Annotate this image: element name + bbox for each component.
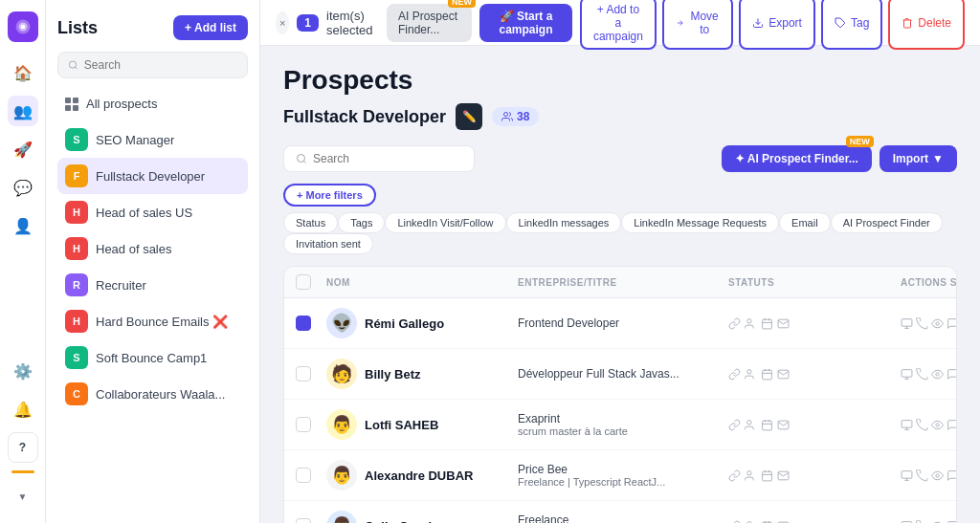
filter-chip[interactable]: Email bbox=[779, 212, 831, 233]
calendar-icon[interactable] bbox=[761, 368, 773, 381]
users-small-icon[interactable] bbox=[745, 520, 757, 524]
calendar-icon[interactable] bbox=[761, 317, 773, 330]
link-icon[interactable] bbox=[728, 520, 741, 524]
action-icon-2[interactable] bbox=[916, 317, 928, 330]
row-checkbox[interactable] bbox=[296, 366, 311, 381]
filter-chip[interactable]: LinkedIn messages bbox=[506, 212, 622, 233]
nav-collapse[interactable]: ▼ bbox=[8, 481, 38, 512]
sidebar-item-all-prospects[interactable]: All prospects bbox=[57, 90, 248, 118]
users-small-icon[interactable] bbox=[745, 419, 757, 431]
start-campaign-button[interactable]: 🚀 Start a campaign bbox=[479, 4, 572, 42]
select-all-checkbox[interactable] bbox=[296, 274, 311, 290]
row-checkbox[interactable] bbox=[296, 417, 311, 432]
action-icon-eye[interactable] bbox=[931, 368, 944, 381]
prospects-search-input[interactable] bbox=[313, 152, 457, 165]
filter-chip[interactable]: Tags bbox=[338, 212, 385, 233]
filter-chip[interactable]: Status bbox=[283, 212, 338, 233]
nav-home[interactable]: 🏠 bbox=[8, 57, 38, 88]
close-selection-button[interactable]: × bbox=[276, 11, 289, 34]
row-checkbox[interactable] bbox=[296, 468, 311, 483]
sidebar-item-seo[interactable]: S SEO Manager bbox=[57, 121, 248, 158]
nav-users[interactable]: 👥 bbox=[8, 96, 38, 126]
action-icon-2[interactable] bbox=[916, 419, 928, 431]
users-small-icon[interactable] bbox=[745, 368, 757, 381]
action-icon-1[interactable] bbox=[901, 419, 913, 431]
import-button[interactable]: Import ▼ bbox=[880, 145, 957, 172]
sidebar-search-input[interactable] bbox=[84, 58, 237, 72]
add-list-button[interactable]: + Add list bbox=[173, 15, 248, 40]
action-icon-msg[interactable] bbox=[947, 469, 957, 482]
link-icon[interactable] bbox=[728, 419, 741, 431]
action-icon-eye[interactable] bbox=[931, 520, 944, 524]
export-button[interactable]: Export bbox=[739, 0, 815, 50]
row-checkbox[interactable] bbox=[296, 316, 311, 331]
sidebar-item-collab[interactable]: C Collaborateurs Waala... bbox=[57, 376, 248, 412]
sidebar-item-head-us[interactable]: H Head of sales US bbox=[57, 194, 248, 230]
sidebar-item-recruiter[interactable]: R Recruiter bbox=[57, 267, 248, 303]
more-filters-button[interactable]: + More filters bbox=[283, 184, 376, 207]
sidebar-item-soft[interactable]: S Soft Bounce Camp1 bbox=[57, 339, 248, 376]
filter-chip[interactable]: LinkedIn Visit/Follow bbox=[385, 212, 505, 233]
nav-rocket[interactable]: 🚀 bbox=[8, 134, 38, 164]
nav-settings[interactable]: ⚙️ bbox=[8, 356, 38, 386]
tag-button[interactable]: Tag bbox=[821, 0, 882, 50]
status-icons bbox=[728, 520, 901, 524]
action-icon-1[interactable] bbox=[901, 520, 913, 524]
action-icon-msg[interactable] bbox=[947, 368, 957, 381]
mail-icon[interactable] bbox=[777, 419, 790, 431]
sidebar-item-fullstack[interactable]: F Fullstack Developer bbox=[57, 158, 248, 194]
nav-group[interactable]: 👤 bbox=[8, 210, 38, 241]
ai-prospect-finder-button[interactable]: ✦ AI Prospect Finder... NEW bbox=[722, 145, 872, 172]
nav-chat[interactable]: 💬 bbox=[8, 172, 38, 203]
link-icon[interactable] bbox=[728, 317, 741, 330]
action-icon-2[interactable] bbox=[916, 368, 928, 381]
action-icons bbox=[901, 469, 957, 482]
svg-point-7 bbox=[298, 155, 305, 163]
filter-chip[interactable]: Invitation sent bbox=[283, 233, 373, 254]
link-icon[interactable] bbox=[728, 368, 741, 381]
search-icon bbox=[68, 59, 78, 71]
calendar-icon[interactable] bbox=[761, 520, 773, 524]
move-to-button[interactable]: Move to bbox=[662, 0, 733, 50]
action-icon-1[interactable] bbox=[901, 368, 913, 381]
filter-chips: StatusTagsLinkedIn Visit/FollowLinkedIn … bbox=[283, 212, 957, 254]
mail-icon[interactable] bbox=[777, 469, 790, 482]
sidebar-search[interactable] bbox=[57, 52, 248, 78]
calendar-icon[interactable] bbox=[761, 419, 773, 431]
sidebar-item-head[interactable]: H Head of sales bbox=[57, 230, 248, 267]
link-icon[interactable] bbox=[728, 469, 741, 482]
row-checkbox[interactable] bbox=[296, 518, 311, 523]
mail-icon[interactable] bbox=[777, 317, 790, 330]
filter-chip[interactable]: AI Prospect Finder bbox=[831, 212, 943, 233]
prospect-info: 👨 Alexandre DUBAR bbox=[326, 460, 518, 490]
users-small-icon[interactable] bbox=[745, 469, 757, 482]
action-icon-msg[interactable] bbox=[947, 317, 957, 330]
add-to-campaign-button[interactable]: + Add to a campaign bbox=[580, 0, 657, 50]
nav-bell[interactable]: 🔔 bbox=[8, 394, 38, 425]
svg-point-41 bbox=[747, 470, 751, 474]
action-icon-msg[interactable] bbox=[947, 419, 957, 431]
action-icon-eye[interactable] bbox=[931, 469, 944, 482]
action-icon-1[interactable] bbox=[901, 317, 913, 330]
action-icon-1[interactable] bbox=[901, 469, 913, 482]
mail-icon[interactable] bbox=[777, 520, 790, 524]
action-icon-eye[interactable] bbox=[931, 317, 944, 330]
app-logo[interactable] bbox=[8, 11, 38, 42]
calendar-icon[interactable] bbox=[761, 469, 773, 482]
th-actions: ACTIONS SUR WAALAXY bbox=[901, 274, 957, 290]
sidebar-item-icon: H bbox=[65, 201, 88, 224]
th-statuts: STATUTS bbox=[728, 274, 901, 290]
ai-prospect-finder-topbar-button[interactable]: AI Prospect Finder... NEW bbox=[387, 4, 472, 42]
action-icon-2[interactable] bbox=[916, 469, 928, 482]
delete-button[interactable]: Delete bbox=[888, 0, 965, 50]
sidebar-item-bounce[interactable]: H Hard Bounce Emails ❌ bbox=[57, 303, 248, 339]
action-icon-eye[interactable] bbox=[931, 419, 944, 431]
action-icon-2[interactable] bbox=[916, 520, 928, 524]
list-edit-button[interactable]: ✏️ bbox=[456, 103, 482, 130]
prospects-search[interactable] bbox=[283, 145, 475, 172]
mail-icon[interactable] bbox=[777, 368, 790, 381]
filter-chip[interactable]: LinkedIn Message Requests bbox=[621, 212, 779, 233]
users-small-icon[interactable] bbox=[745, 317, 757, 330]
nav-help[interactable]: ? bbox=[8, 432, 38, 463]
action-icon-msg[interactable] bbox=[947, 520, 957, 524]
